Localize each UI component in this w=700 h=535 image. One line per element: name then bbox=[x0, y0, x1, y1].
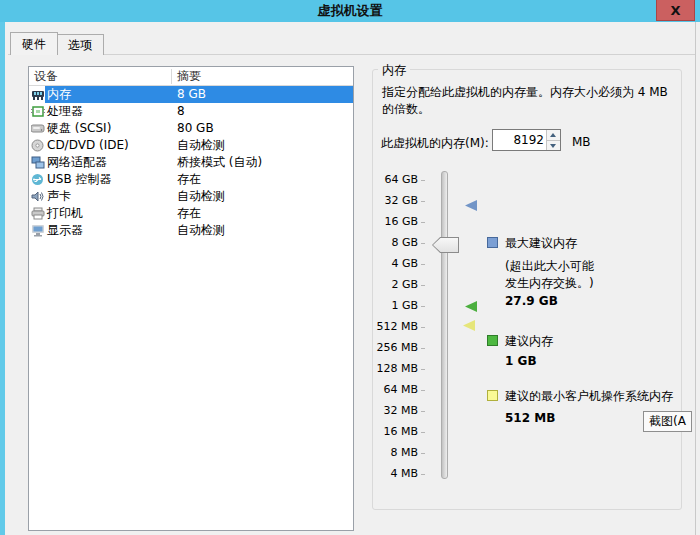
memory-group-label: 内存 bbox=[378, 62, 410, 79]
memory-field-label: 此虚拟机的内存(M): bbox=[381, 135, 489, 152]
scale-label: 128 MB bbox=[362, 363, 418, 375]
device-row-network-adapter[interactable]: 网络适配器 桥接模式 (自动) bbox=[29, 154, 353, 171]
window-title: 虚拟机设置 bbox=[318, 2, 383, 20]
memory-spinner bbox=[546, 130, 560, 150]
scale-label: 4 MB bbox=[362, 468, 418, 480]
memory-slider-track[interactable] bbox=[441, 171, 448, 479]
device-summary: 8 GB bbox=[177, 87, 206, 102]
device-label: CD/DVD (IDE) bbox=[47, 138, 175, 153]
device-row-processors[interactable]: 处理器 8 bbox=[29, 103, 353, 120]
tab-options[interactable]: 选项 bbox=[56, 34, 104, 55]
scale-label: 64 MB bbox=[362, 384, 418, 396]
minimum-memory-legend-icon bbox=[487, 390, 498, 401]
title-bar[interactable]: 虚拟机设置 bbox=[0, 0, 700, 22]
cd-dvd-icon bbox=[31, 139, 45, 152]
close-button[interactable]: X bbox=[656, 0, 695, 21]
max-memory-value: 27.9 GB bbox=[505, 294, 558, 308]
scale-label: 512 MB bbox=[362, 321, 418, 333]
spinner-down-button[interactable] bbox=[547, 141, 560, 151]
network-adapter-icon bbox=[31, 156, 45, 169]
hard-disk-icon bbox=[31, 122, 45, 135]
device-summary: 自动检测 bbox=[177, 189, 225, 204]
memory-description-line1: 指定分配给此虚拟机的内存量。内存大小必须为 4 MB bbox=[382, 84, 668, 101]
memory-icon bbox=[31, 88, 45, 101]
window-left-border bbox=[0, 22, 5, 535]
processor-icon bbox=[31, 105, 45, 118]
display-icon bbox=[31, 224, 45, 237]
device-summary: 自动检测 bbox=[177, 138, 225, 153]
device-summary: 存在 bbox=[177, 206, 201, 221]
device-row-memory[interactable]: 内存 8 GB bbox=[29, 86, 353, 103]
max-memory-note-line1: (超出此大小可能 bbox=[505, 258, 594, 275]
minimum-memory-label: 建议的最小客户机操作系统内存 bbox=[505, 388, 673, 405]
device-label: 声卡 bbox=[47, 189, 175, 204]
device-label: 显示器 bbox=[47, 223, 175, 238]
memory-scale: 64 GB 32 GB 16 GB 8 GB 4 GB 2 GB 1 GB 51… bbox=[362, 174, 418, 480]
tab-strip-divider bbox=[8, 54, 695, 55]
device-row-sound-card[interactable]: 声卡 自动检测 bbox=[29, 188, 353, 205]
sound-card-icon bbox=[31, 190, 45, 203]
device-list: 设备 摘要 内存 8 GB 处理器 8 硬盘 (SCSI) 80 GB CD/D… bbox=[28, 66, 354, 531]
scale-label: 4 GB bbox=[362, 258, 418, 270]
device-label: 处理器 bbox=[47, 104, 175, 119]
recommended-memory-value: 1 GB bbox=[505, 354, 537, 368]
printer-icon bbox=[31, 207, 45, 220]
device-label: 网络适配器 bbox=[47, 155, 175, 170]
scale-label: 8 MB bbox=[362, 447, 418, 459]
device-row-hard-disk[interactable]: 硬盘 (SCSI) 80 GB bbox=[29, 120, 353, 137]
tab-hardware[interactable]: 硬件 bbox=[10, 32, 58, 55]
device-label: USB 控制器 bbox=[47, 172, 175, 187]
scale-label: 256 MB bbox=[362, 342, 418, 354]
device-summary: 自动检测 bbox=[177, 223, 225, 238]
memory-unit-label: MB bbox=[572, 135, 591, 149]
memory-size-input[interactable] bbox=[493, 130, 546, 150]
column-divider[interactable] bbox=[171, 69, 172, 84]
device-row-usb-controller[interactable]: USB 控制器 存在 bbox=[29, 171, 353, 188]
device-summary: 8 bbox=[177, 104, 185, 119]
scale-label: 16 GB bbox=[362, 216, 418, 228]
max-memory-legend-icon bbox=[487, 237, 498, 248]
screenshot-tooltip: 截图(A bbox=[643, 411, 692, 432]
device-label: 硬盘 (SCSI) bbox=[47, 121, 175, 136]
scale-label: 32 GB bbox=[362, 195, 418, 207]
recommended-memory-label: 建议内存 bbox=[505, 333, 553, 350]
spinner-up-button[interactable] bbox=[547, 130, 560, 141]
recommended-memory-legend-icon bbox=[487, 335, 498, 346]
usb-controller-icon bbox=[31, 173, 45, 186]
scale-label: 32 MB bbox=[362, 405, 418, 417]
scale-label: 8 GB bbox=[362, 237, 418, 249]
memory-description-line2: 的倍数。 bbox=[382, 101, 430, 118]
scale-label: 16 MB bbox=[362, 426, 418, 438]
device-summary: 存在 bbox=[177, 172, 201, 187]
scale-label: 1 GB bbox=[362, 300, 418, 312]
device-label: 内存 bbox=[47, 87, 175, 102]
device-list-header[interactable]: 设备 摘要 bbox=[29, 67, 353, 86]
column-header-device[interactable]: 设备 bbox=[29, 68, 171, 85]
scale-label: 2 GB bbox=[362, 279, 418, 291]
device-row-display[interactable]: 显示器 自动检测 bbox=[29, 222, 353, 239]
device-summary: 桥接模式 (自动) bbox=[177, 155, 262, 170]
memory-size-field bbox=[492, 129, 561, 151]
max-memory-note-line2: 发生内存交换。) bbox=[505, 275, 594, 292]
scale-label: 64 GB bbox=[362, 174, 418, 186]
vm-settings-dialog: { "window": { "title": "虚拟机设置", "close_g… bbox=[0, 0, 700, 535]
max-memory-label: 最大建议内存 bbox=[505, 235, 577, 252]
device-summary: 80 GB bbox=[177, 121, 214, 136]
minimum-memory-value: 512 MB bbox=[505, 411, 555, 425]
device-row-cd-dvd[interactable]: CD/DVD (IDE) 自动检测 bbox=[29, 137, 353, 154]
device-row-printer[interactable]: 打印机 存在 bbox=[29, 205, 353, 222]
window-right-border bbox=[695, 22, 696, 535]
device-label: 打印机 bbox=[47, 206, 175, 221]
column-header-summary[interactable]: 摘要 bbox=[171, 68, 201, 85]
